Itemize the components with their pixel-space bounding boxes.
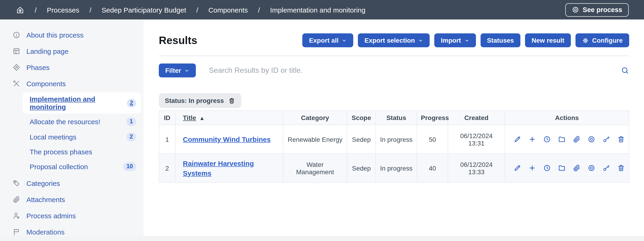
cell-status: In progress [376,125,417,154]
delete-action[interactable] [617,164,625,172]
permissions-action[interactable] [602,164,610,172]
cell-actions [505,125,629,154]
clock-icon [543,135,551,143]
edit-action[interactable] [514,135,521,143]
see-process-button[interactable]: See process [565,3,629,17]
header-scope: Scope [347,111,376,125]
folder-icon [558,164,566,172]
export-selection-label: Export selection [364,37,415,44]
sidebar-link-landing-page[interactable]: Landing page [0,43,144,59]
tools-icon [12,80,20,88]
result-title-link[interactable]: Community Wind Turbines [183,135,270,143]
header-id: ID [159,111,175,125]
new-result-label: New result [532,37,564,44]
preview-action[interactable] [588,164,596,172]
trash-icon [617,135,625,143]
new-action[interactable] [528,135,536,143]
project-action[interactable] [558,135,566,143]
plus-icon [528,164,536,172]
cell-actions [505,154,629,182]
breadcrumb-components[interactable]: Components [208,6,248,14]
subnav-link-proposal-collection[interactable]: Proposal collection 10 [23,159,141,174]
search-input[interactable] [208,66,609,75]
sidebar-item-landing-page: Landing page [0,43,144,59]
attachments-action[interactable] [573,135,580,143]
cell-category: Renewable Energy [283,125,347,154]
configure-button[interactable]: Configure [576,33,629,47]
breadcrumb-processes[interactable]: Processes [47,6,79,14]
table-header-row: ID Title ▲ Category Scope Status Progres… [159,111,629,125]
breadcrumb-separator: / [89,6,91,14]
sidebar-label: Phases [26,64,50,71]
count-badge: 10 [123,162,136,171]
plus-icon [528,135,536,143]
subnav-link-local-meetings[interactable]: Local meetings 2 [23,130,141,144]
header-status: Status [376,111,417,125]
home-breadcrumb-link[interactable] [16,5,24,14]
export-all-button[interactable]: Export all [302,33,354,47]
subnav-label: Allocate the resources! [30,118,100,126]
top-bar: / Processes / Sedep Participatory Budget… [0,0,644,20]
breadcrumb-separator: / [35,6,36,14]
sidebar-link-components[interactable]: Components [0,76,144,92]
filter-button[interactable]: Filter [159,64,196,77]
sort-by-title-link[interactable]: Title [183,114,196,121]
sidebar-link-attachments[interactable]: Attachments [0,191,144,208]
sidebar-label: Process admins [26,212,76,220]
sidebar-link-phases[interactable]: Phases [0,59,144,76]
cell-progress: 40 [417,154,448,182]
subnav-link-allocate[interactable]: Allocate the resources! 1 [23,114,141,129]
sidebar-link-categories[interactable]: Categories [0,175,144,191]
page-title: Results [159,34,197,47]
new-action[interactable] [528,164,536,172]
edit-action[interactable] [514,164,521,172]
subnav-item-proposal-collection: Proposal collection 10 [0,159,144,174]
home-gear-icon [16,5,24,14]
count-badge: 2 [126,99,136,107]
result-title-link[interactable]: Rainwater Harvesting Systems [183,159,254,177]
flag-icon [12,228,20,236]
filter-chip-label: Status: In progress [165,97,224,104]
subnav-item-process-phases: The process phases [0,145,144,158]
info-icon [12,31,20,39]
new-result-button[interactable]: New result [525,33,571,47]
attachments-action[interactable] [573,164,580,172]
eye-icon [588,164,596,172]
remove-filter-trash-icon[interactable] [228,97,235,104]
table-row: 1 Community Wind Turbines Renewable Ener… [159,125,629,154]
cell-created: 06/12/2024 13:33 [448,154,505,182]
history-action[interactable] [543,135,551,143]
sidebar-link-process-admins[interactable]: Process admins [0,208,144,224]
breadcrumb-current: Implementation and monitoring [270,6,366,14]
header-actions: Actions [505,111,629,125]
breadcrumb-process-name[interactable]: Sedep Participatory Budget [102,6,186,14]
preview-action[interactable] [588,135,596,143]
app-window: / Processes / Sedep Participatory Budget… [0,0,644,241]
sidebar-label: Moderations [26,228,64,236]
permissions-action[interactable] [602,135,610,143]
cell-category: Water Management [283,154,347,182]
sidebar-label: Attachments [26,196,65,203]
export-selection-button[interactable]: Export selection [358,33,430,47]
clock-icon [543,164,551,172]
subnav-label: Local meetings [30,133,76,141]
sidebar-item-categories: Categories [0,175,144,191]
delete-action[interactable] [617,135,625,143]
search-icon[interactable] [621,66,629,75]
breadcrumb: / Processes / Sedep Participatory Budget… [16,5,366,14]
subnav-link-process-phases[interactable]: The process phases [23,145,141,158]
sidebar-item-process-admins: Process admins [0,208,144,224]
import-label: Import [441,37,461,44]
history-action[interactable] [543,164,551,172]
main-content: Results Export all Export selection Impo… [144,20,644,236]
import-button[interactable]: Import [434,33,476,47]
header-divider [159,56,629,56]
sidebar-link-about[interactable]: About this process [0,27,144,43]
chevron-down-icon [418,38,423,43]
statuses-label: Statuses [487,37,514,44]
user-gear-icon [12,212,20,220]
subnav-label: Proposal collection [30,163,88,171]
project-action[interactable] [558,164,566,172]
statuses-button[interactable]: Statuses [480,33,520,47]
subnav-link-implementation[interactable]: Implementation and monitoring 2 [23,92,141,114]
